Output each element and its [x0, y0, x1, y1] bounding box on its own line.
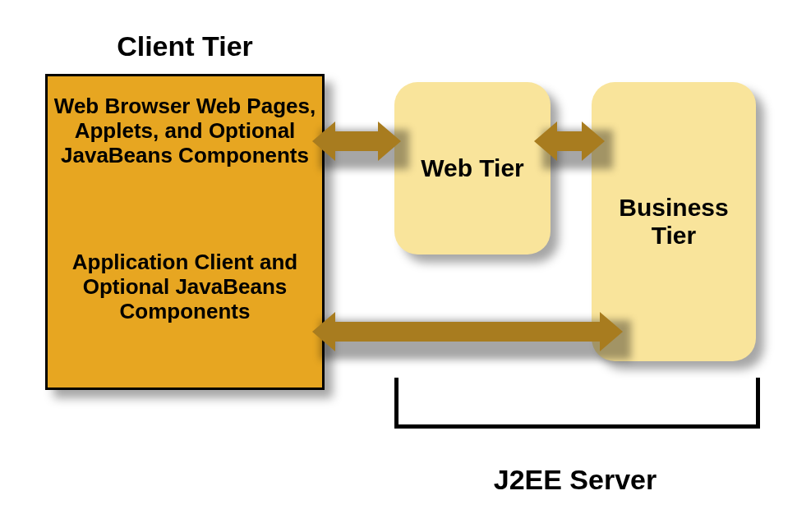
arrow-head-left-icon [312, 312, 335, 351]
arrow-shaft [334, 322, 601, 342]
server-bracket [394, 378, 760, 429]
arrow-client-web [312, 122, 401, 161]
client-tier-title: Client Tier [45, 30, 325, 62]
arrow-shaft [554, 131, 585, 151]
arrow-head-left-icon [312, 122, 335, 161]
client-tier-box: Web Browser Web Pages, Applets, and Opti… [45, 74, 325, 390]
arrow-head-right-icon [378, 122, 401, 161]
j2ee-server-title: J2EE Server [394, 464, 756, 496]
arrow-head-right-icon [600, 312, 623, 351]
client-web-browser-block: Web Browser Web Pages, Applets, and Opti… [48, 94, 322, 168]
client-application-block: Application Client and Optional JavaBean… [48, 250, 322, 324]
business-tier-label: Business Tier [600, 194, 748, 250]
arrow-shaft [334, 131, 380, 151]
web-tier-box: Web Tier [394, 82, 551, 255]
arrow-web-business [534, 122, 605, 161]
web-tier-label: Web Tier [421, 154, 524, 182]
arrow-client-business [312, 312, 623, 351]
arrow-head-right-icon [582, 122, 605, 161]
diagram-stage: Client Tier Web Browser Web Pages, Apple… [0, 0, 797, 532]
